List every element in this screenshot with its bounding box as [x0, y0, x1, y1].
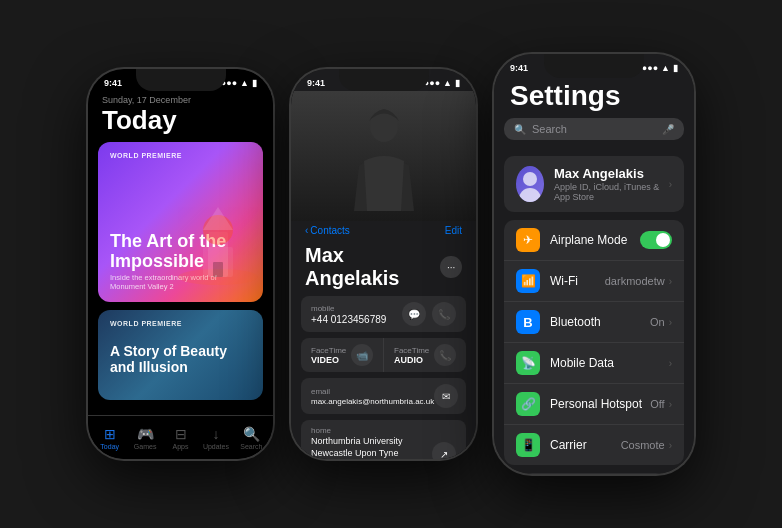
settings-row-wifi[interactable]: 📶 Wi-Fi darkmodetw ›: [504, 261, 684, 302]
mobile-data-row-right: ›: [669, 358, 672, 369]
appstore-date: Sunday, 17 December: [102, 95, 259, 105]
search-placeholder: Search: [532, 123, 656, 135]
carrier-value: Cosmote: [621, 439, 665, 451]
contact-email-label: email: [311, 387, 434, 396]
silhouette-icon: [349, 101, 419, 211]
tab-search[interactable]: 🔍 Search: [234, 426, 269, 450]
settings-row-carrier[interactable]: 📱 Carrier Cosmote ›: [504, 425, 684, 465]
wifi-icon-right: ▲: [661, 63, 670, 73]
avatar-head: [523, 172, 537, 186]
contact-mobile-label: mobile: [311, 304, 402, 313]
iphone-right: 9:41 ●●● ▲ ▮ Settings 🔍 Search 🎤: [494, 54, 694, 474]
facetime-video-label: FaceTime: [311, 346, 346, 355]
battery-icon: ▮: [252, 78, 257, 88]
hotspot-chevron-icon: ›: [669, 399, 672, 410]
tab-updates[interactable]: ↓ Updates: [198, 426, 233, 450]
status-icons-left: ●●● ▲ ▮: [221, 78, 257, 88]
settings-row-airplane[interactable]: ✈ Airplane Mode: [504, 220, 684, 261]
status-icons-middle: ●●● ▲ ▮: [424, 78, 460, 88]
svg-marker-4: [203, 207, 233, 230]
profile-subtitle: Apple ID, iCloud, iTunes & App Store: [554, 182, 669, 202]
wifi-settings-icon: 📶: [516, 269, 540, 293]
back-button[interactable]: ‹ Contacts: [305, 225, 350, 236]
facetime-video-cell[interactable]: FaceTime VIDEO 📹: [301, 338, 384, 372]
tab-apps[interactable]: ⊟ Apps: [163, 426, 198, 450]
settings-row-mobile-data[interactable]: 📡 Mobile Data ›: [504, 343, 684, 384]
wifi-icon: ▲: [240, 78, 249, 88]
signal-icon-right: ●●●: [642, 63, 658, 73]
airplane-label: Airplane Mode: [550, 233, 627, 247]
bluetooth-icon: B: [516, 310, 540, 334]
airplane-row-left: ✈ Airplane Mode: [516, 228, 627, 252]
contact-name: Max Angelakis: [305, 244, 440, 290]
card-tag-2: WORLD PREMIERE: [110, 320, 182, 327]
settings-row-bluetooth[interactable]: B Bluetooth On ›: [504, 302, 684, 343]
facetime-audio-cell[interactable]: FaceTime AUDIO 📞: [384, 338, 466, 372]
tab-updates-icon: ↓: [212, 426, 219, 442]
bluetooth-row-right: On ›: [650, 316, 672, 328]
battery-icon-mid: ▮: [455, 78, 460, 88]
facetime-audio-info: FaceTime AUDIO: [394, 346, 429, 365]
search-icon: 🔍: [514, 124, 526, 135]
tab-games[interactable]: 🎮 Games: [127, 426, 162, 450]
phone-button[interactable]: 📞: [432, 302, 456, 326]
edit-button[interactable]: Edit: [445, 225, 462, 236]
contact-email-actions: ✉: [434, 384, 458, 408]
message-button[interactable]: 💬: [402, 302, 426, 326]
facetime-audio-label: FaceTime: [394, 346, 429, 355]
hotspot-label: Personal Hotspot: [550, 397, 642, 411]
settings-screen: 9:41 ●●● ▲ ▮ Settings 🔍 Search 🎤: [494, 54, 694, 474]
contact-mobile-info: mobile +44 0123456789: [311, 304, 402, 325]
tab-today[interactable]: ⊞ Today: [92, 426, 127, 450]
tab-today-label: Today: [100, 443, 119, 450]
card-tag-1: WORLD PREMIERE: [110, 152, 182, 159]
card-building-icon: [173, 192, 263, 302]
contact-more-button[interactable]: ···: [440, 256, 462, 278]
settings-row-notifications[interactable]: 🔔 Notifications ›: [504, 473, 684, 474]
card-world-premiere-2[interactable]: WORLD PREMIERE A Story of Beautyand Illu…: [98, 310, 263, 400]
card-world-premiere-1[interactable]: WORLD PREMIERE The Art of theImpossible …: [98, 142, 263, 302]
carrier-label: Carrier: [550, 438, 587, 452]
contact-email-value: max.angelakis@northumbria.ac.uk: [311, 397, 434, 406]
tab-games-icon: 🎮: [137, 426, 154, 442]
contact-row-email: email max.angelakis@northumbria.ac.uk ✉: [301, 378, 466, 414]
tab-bar-appstore: ⊞ Today 🎮 Games ⊟ Apps ↓ Updates 🔍 S: [88, 415, 273, 459]
airplane-icon: ✈: [516, 228, 540, 252]
carrier-chevron-icon: ›: [669, 440, 672, 451]
settings-profile-row[interactable]: Max Angelakis Apple ID, iCloud, iTunes &…: [504, 156, 684, 212]
mobile-data-chevron-icon: ›: [669, 358, 672, 369]
mail-button[interactable]: ✉: [434, 384, 458, 408]
settings-row-hotspot[interactable]: 🔗 Personal Hotspot Off ›: [504, 384, 684, 425]
time-middle: 9:41: [307, 78, 325, 88]
facetime-video-info: FaceTime VIDEO: [311, 346, 346, 365]
avatar-body: [519, 188, 541, 202]
appstore-content: WORLD PREMIERE The Art of theImpossible …: [88, 142, 273, 459]
contact-home-label: home: [311, 426, 432, 435]
maps-button[interactable]: ↗: [432, 442, 456, 459]
status-icons-right: ●●● ▲ ▮: [642, 63, 678, 73]
contact-row-mobile: mobile +44 0123456789 💬 📞: [301, 296, 466, 332]
mobile-data-label: Mobile Data: [550, 356, 614, 370]
wifi-value: darkmodetw: [605, 275, 665, 287]
facetime-audio-type: AUDIO: [394, 355, 429, 365]
tab-games-label: Games: [134, 443, 157, 450]
wifi-icon-mid: ▲: [443, 78, 452, 88]
iphone-middle: 9:41 ●●● ▲ ▮: [291, 69, 476, 459]
bluetooth-chevron-icon: ›: [669, 317, 672, 328]
facetime-video-icon: 📹: [351, 344, 373, 366]
contact-mobile-actions: 💬 📞: [402, 302, 456, 326]
carrier-row-left: 📱 Carrier: [516, 433, 587, 457]
hotspot-value: Off: [650, 398, 664, 410]
bluetooth-row-left: B Bluetooth: [516, 310, 601, 334]
wifi-row-right: darkmodetw ›: [605, 275, 672, 287]
settings-search-bar[interactable]: 🔍 Search 🎤: [504, 118, 684, 140]
contact-rows: mobile +44 0123456789 💬 📞 FaceTime VIDEO: [291, 296, 476, 459]
hotspot-row-left: 🔗 Personal Hotspot: [516, 392, 642, 416]
appstore-title: Today: [102, 105, 259, 136]
tab-updates-label: Updates: [203, 443, 229, 450]
facetime-audio-icon: 📞: [434, 344, 456, 366]
tab-search-icon: 🔍: [243, 426, 260, 442]
airplane-toggle[interactable]: [640, 231, 672, 249]
profile-chevron-icon: ›: [669, 179, 672, 190]
contact-mobile-value: +44 0123456789: [311, 314, 402, 325]
